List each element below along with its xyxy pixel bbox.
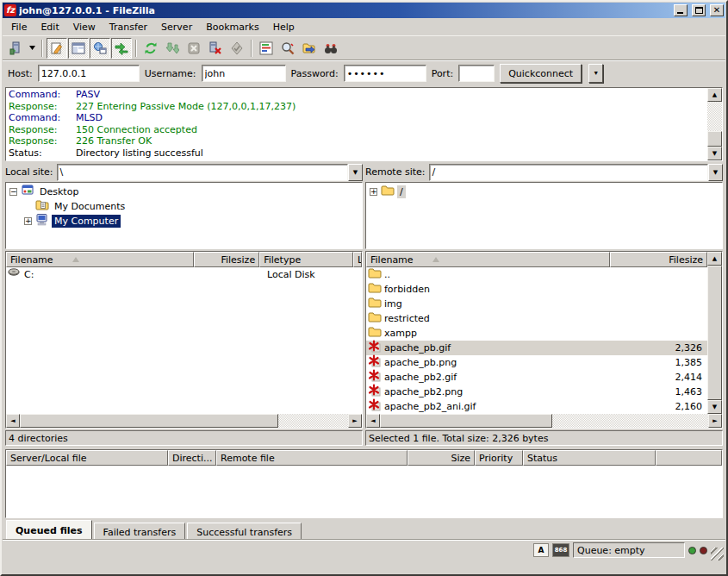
tab-failed-transfers[interactable]: Failed transfers bbox=[94, 523, 186, 539]
reconnect-button[interactable] bbox=[227, 38, 247, 59]
transfer-type-icon[interactable]: A bbox=[533, 543, 549, 557]
minimize-button[interactable] bbox=[674, 4, 688, 16]
scroll-left-button[interactable]: ◄ bbox=[366, 414, 380, 428]
menu-file[interactable]: File bbox=[4, 20, 34, 34]
menu-server[interactable]: Server bbox=[154, 20, 199, 34]
file-row[interactable]: restricted bbox=[366, 311, 707, 326]
file-row[interactable]: apache_pb.gif2,326 bbox=[366, 341, 707, 355]
disconnect-button[interactable] bbox=[205, 38, 226, 59]
scrollbar-thumb[interactable] bbox=[20, 414, 278, 428]
tree-item-my-computer[interactable]: + My Computer bbox=[8, 214, 362, 229]
remote-site-combo[interactable]: / ▼ bbox=[429, 164, 723, 181]
column-header-last-modified[interactable]: L bbox=[353, 252, 362, 267]
column-header-filesize[interactable]: Filesize bbox=[610, 252, 707, 267]
tree-label-selected[interactable]: / bbox=[397, 185, 406, 198]
scroll-right-button[interactable]: ► bbox=[708, 414, 722, 428]
tree-label[interactable]: Desktop bbox=[37, 185, 81, 198]
column-header-filename[interactable]: Filename bbox=[6, 252, 194, 267]
scrollbar-thumb[interactable] bbox=[707, 131, 722, 147]
site-manager-button[interactable] bbox=[5, 38, 26, 59]
tree-item-root[interactable]: + / bbox=[368, 185, 722, 199]
remote-horizontal-scrollbar[interactable]: ◄ ► bbox=[366, 414, 722, 428]
toggle-message-log-button[interactable] bbox=[47, 38, 67, 59]
directory-listing-filters-button[interactable] bbox=[256, 38, 277, 59]
scroll-up-button[interactable]: ▲ bbox=[707, 252, 722, 266]
title-bar[interactable]: fz john@127.0.0.1 - FileZilla ✕ bbox=[3, 3, 725, 18]
find-files-button[interactable] bbox=[320, 38, 341, 59]
column-header-filename[interactable]: Filename bbox=[366, 252, 610, 267]
file-row[interactable]: forbidden bbox=[366, 282, 707, 297]
resize-grip[interactable] bbox=[711, 548, 724, 560]
column-header-remote-file[interactable]: Remote file bbox=[216, 450, 408, 466]
file-row[interactable]: apache_pb.png1,385 bbox=[366, 355, 707, 370]
process-queue-button[interactable] bbox=[162, 38, 183, 59]
local-site-dropdown-icon[interactable]: ▼ bbox=[348, 164, 363, 181]
log-line-label: Response: bbox=[9, 135, 76, 147]
file-row[interactable]: .. bbox=[366, 267, 707, 282]
scrollbar-thumb[interactable] bbox=[380, 414, 552, 428]
column-header-priority[interactable]: Priority bbox=[475, 450, 523, 466]
tree-label[interactable]: My Documents bbox=[52, 200, 128, 213]
file-row[interactable]: img bbox=[366, 297, 707, 311]
host-input[interactable] bbox=[38, 65, 140, 82]
tab-successful-transfers[interactable]: Successful transfers bbox=[187, 523, 302, 539]
scroll-down-button[interactable]: ▼ bbox=[707, 400, 722, 414]
toggle-transfer-queue-button[interactable] bbox=[111, 38, 132, 59]
column-header-server-local-file[interactable]: Server/Local file bbox=[6, 450, 168, 466]
column-header-direction[interactable]: Directi... bbox=[168, 450, 216, 466]
scroll-left-button[interactable]: ◄ bbox=[6, 414, 20, 428]
toggle-remote-tree-button[interactable] bbox=[90, 38, 110, 59]
tree-item-my-documents[interactable]: My Documents bbox=[8, 199, 362, 214]
file-row[interactable]: apache_pb2.png1,463 bbox=[366, 385, 707, 399]
menu-edit[interactable]: Edit bbox=[34, 20, 65, 34]
refresh-button[interactable] bbox=[140, 38, 161, 59]
scrollbar-thumb[interactable] bbox=[707, 266, 722, 400]
menu-view[interactable]: View bbox=[66, 20, 103, 34]
column-header-filetype[interactable]: Filetype bbox=[259, 252, 353, 267]
quickconnect-dropdown-button[interactable]: ▼ bbox=[588, 64, 603, 83]
synchronized-browsing-button[interactable] bbox=[299, 38, 320, 59]
directory-comparison-button[interactable] bbox=[277, 38, 298, 59]
username-input[interactable] bbox=[202, 65, 286, 82]
quickconnect-button[interactable]: Quickconnect bbox=[500, 64, 582, 83]
port-input[interactable] bbox=[458, 65, 495, 82]
file-row[interactable]: apache_pb2_ani.gif2,160 bbox=[366, 399, 707, 414]
cancel-operation-button[interactable] bbox=[184, 38, 204, 59]
scrollbar-track[interactable] bbox=[552, 414, 708, 428]
password-input[interactable] bbox=[344, 65, 426, 82]
local-file-list-body[interactable]: C:Local Disk bbox=[6, 267, 362, 414]
expand-icon[interactable]: + bbox=[370, 188, 377, 196]
scrollbar-track[interactable] bbox=[707, 102, 722, 131]
tab-queued-files[interactable]: Queued files bbox=[6, 520, 92, 539]
scroll-down-button[interactable]: ▼ bbox=[707, 147, 722, 160]
scroll-up-button[interactable]: ▲ bbox=[707, 88, 722, 102]
remote-file-list-body[interactable]: ..forbiddenimgrestrictedxamppapache_pb.g… bbox=[366, 267, 707, 414]
remote-site-dropdown-icon[interactable]: ▼ bbox=[708, 164, 723, 181]
activity-led-red-icon bbox=[700, 547, 707, 554]
tree-item-desktop[interactable]: − Desktop bbox=[8, 185, 362, 199]
message-log-scrollbar[interactable]: ▲ ▼ bbox=[707, 88, 722, 160]
toggle-local-tree-button[interactable] bbox=[68, 38, 89, 59]
file-row[interactable]: xampp bbox=[366, 326, 707, 341]
menu-help[interactable]: Help bbox=[266, 20, 302, 34]
speed-limits-icon[interactable]: 868 bbox=[552, 543, 569, 557]
remote-vertical-scrollbar[interactable]: ▲ ▼ bbox=[707, 252, 722, 414]
file-row[interactable]: apache_pb2.gif2,414 bbox=[366, 370, 707, 385]
column-header-filesize[interactable]: Filesize bbox=[194, 252, 259, 267]
menu-bookmarks[interactable]: Bookmarks bbox=[199, 20, 265, 34]
collapse-icon[interactable]: − bbox=[9, 188, 17, 196]
expand-icon[interactable]: + bbox=[24, 217, 32, 225]
column-header-size[interactable]: Size bbox=[408, 450, 475, 466]
queue-list-body[interactable] bbox=[6, 466, 722, 517]
maximize-button[interactable] bbox=[692, 4, 706, 16]
column-header-status[interactable]: Status bbox=[523, 450, 656, 466]
local-site-combo[interactable]: \ ▼ bbox=[57, 164, 363, 181]
local-horizontal-scrollbar[interactable]: ◄ ► bbox=[6, 414, 362, 428]
site-manager-dropdown-button[interactable] bbox=[27, 38, 38, 59]
file-row[interactable]: C:Local Disk bbox=[6, 267, 362, 282]
tree-label-selected[interactable]: My Computer bbox=[52, 215, 121, 228]
close-button[interactable]: ✕ bbox=[710, 4, 724, 16]
scrollbar-track[interactable] bbox=[278, 414, 348, 428]
menu-transfer[interactable]: Transfer bbox=[103, 20, 154, 34]
scroll-right-button[interactable]: ► bbox=[348, 414, 362, 428]
